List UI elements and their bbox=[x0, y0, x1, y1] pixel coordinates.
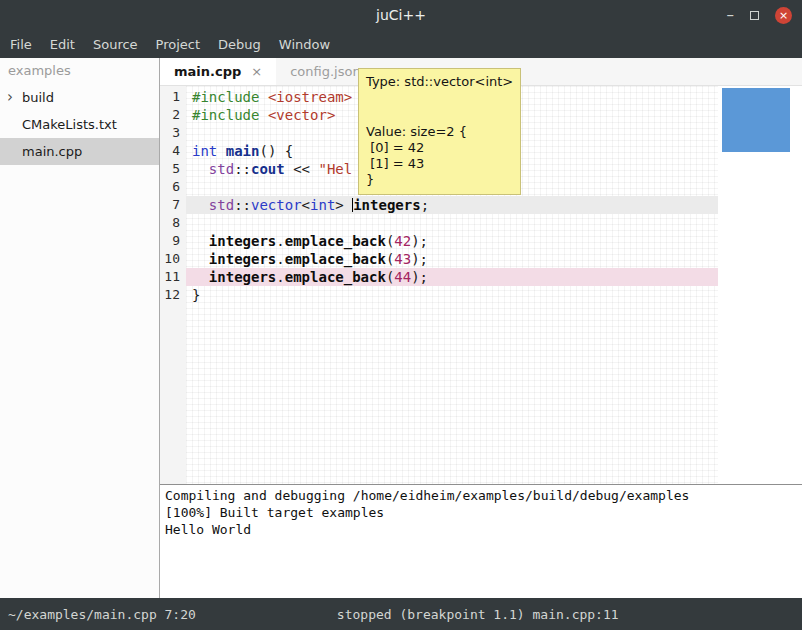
debug-value-tooltip: Type: std::vector<int> Value: size=2 { [… bbox=[358, 68, 521, 195]
line-number[interactable]: 9 bbox=[160, 232, 186, 250]
tooltip-value-block: Value: size=2 { [0] = 42 [1] = 43} bbox=[366, 124, 513, 188]
tree-item-label: build bbox=[22, 90, 54, 105]
tree-item-label: CMakeLists.txt bbox=[22, 117, 117, 132]
menu-project[interactable]: Project bbox=[147, 37, 209, 52]
code-line-12[interactable]: 12} bbox=[160, 286, 718, 304]
code-line-8[interactable]: 8 bbox=[160, 214, 718, 232]
code-line-10[interactable]: 10 integers.emplace_back(43); bbox=[160, 250, 718, 268]
output-console: Compiling and debugging /home/eidheim/ex… bbox=[160, 484, 802, 598]
code-text: integers.emplace_back(43); bbox=[186, 250, 718, 268]
tree-item-label: main.cpp bbox=[22, 144, 82, 159]
project-name: examples bbox=[0, 58, 159, 84]
line-number[interactable]: 1 bbox=[160, 88, 186, 106]
line-number[interactable]: 7 bbox=[160, 196, 186, 214]
code-line-7[interactable]: 7 std::vector<int> integers; bbox=[160, 196, 718, 214]
app-window: juCi++ – × FileEditSourceProjectDebugWin… bbox=[0, 0, 802, 630]
status-file-position: ~/examples/main.cpp 7:20 bbox=[8, 607, 196, 622]
window-title: juCi++ bbox=[0, 7, 802, 23]
line-number[interactable]: 6 bbox=[160, 178, 186, 196]
line-number[interactable]: 10 bbox=[160, 250, 186, 268]
tab-main-cpp[interactable]: main.cpp× bbox=[160, 58, 276, 85]
menu-source[interactable]: Source bbox=[84, 37, 147, 52]
menu-debug[interactable]: Debug bbox=[209, 37, 270, 52]
tooltip-value-line: Value: size=2 { bbox=[366, 124, 513, 140]
code-text: std::vector<int> integers; bbox=[186, 196, 718, 214]
output-line: Hello World bbox=[165, 521, 797, 538]
tab-label: config.json bbox=[290, 64, 361, 79]
tooltip-value-line: } bbox=[366, 172, 513, 188]
status-debug-state: stopped (breakpoint 1.1) main.cpp:11 bbox=[337, 607, 619, 622]
tooltip-value-line: [1] = 43 bbox=[366, 156, 513, 172]
output-line: Compiling and debugging /home/eidheim/ex… bbox=[165, 487, 797, 504]
menu-edit[interactable]: Edit bbox=[41, 37, 84, 52]
line-number[interactable]: 3 bbox=[160, 124, 186, 142]
editor-column: main.cpp×config.json 1#include <iostream… bbox=[160, 58, 802, 598]
titlebar[interactable]: juCi++ – × bbox=[0, 0, 802, 30]
code-text: integers.emplace_back(42); bbox=[186, 232, 718, 250]
code-text: } bbox=[186, 286, 718, 304]
expand-chevron-icon[interactable]: › bbox=[7, 88, 13, 106]
file-tree-panel: examples ›buildCMakeLists.txtmain.cpp bbox=[0, 58, 160, 598]
maximize-button[interactable] bbox=[750, 11, 759, 20]
scroll-overview-block[interactable] bbox=[722, 88, 790, 152]
line-number[interactable]: 8 bbox=[160, 214, 186, 232]
file-tree: ›buildCMakeLists.txtmain.cpp bbox=[0, 84, 159, 165]
code-line-11[interactable]: 11 integers.emplace_back(44); bbox=[160, 268, 718, 286]
output-line: [100%] Built target examples bbox=[165, 504, 797, 521]
window-controls: – × bbox=[727, 0, 793, 30]
code-text: integers.emplace_back(44); bbox=[186, 268, 718, 286]
tree-item-main-cpp[interactable]: main.cpp bbox=[0, 138, 159, 165]
code-text bbox=[186, 214, 718, 232]
line-number[interactable]: 5 bbox=[160, 160, 186, 178]
tab-label: main.cpp bbox=[174, 64, 241, 79]
line-number[interactable]: 12 bbox=[160, 286, 186, 304]
line-number[interactable]: 4 bbox=[160, 142, 186, 160]
close-button[interactable]: × bbox=[775, 7, 792, 24]
tooltip-type-line: Type: std::vector<int> bbox=[366, 74, 513, 90]
line-number[interactable]: 11 bbox=[160, 268, 186, 286]
main-area: examples ›buildCMakeLists.txtmain.cpp ma… bbox=[0, 58, 802, 598]
menu-window[interactable]: Window bbox=[270, 37, 339, 52]
line-number[interactable]: 2 bbox=[160, 106, 186, 124]
tree-item-cmakelists-txt[interactable]: CMakeLists.txt bbox=[0, 111, 159, 138]
status-bar: ~/examples/main.cpp 7:20 stopped (breakp… bbox=[0, 598, 802, 630]
tab-close-icon[interactable]: × bbox=[251, 64, 262, 79]
menu-file[interactable]: File bbox=[1, 37, 41, 52]
tooltip-value-line: [0] = 42 bbox=[366, 140, 513, 156]
minimize-button[interactable]: – bbox=[727, 8, 735, 23]
tree-item-build[interactable]: ›build bbox=[0, 84, 159, 111]
code-line-9[interactable]: 9 integers.emplace_back(42); bbox=[160, 232, 718, 250]
menu-bar: FileEditSourceProjectDebugWindow bbox=[0, 30, 802, 58]
